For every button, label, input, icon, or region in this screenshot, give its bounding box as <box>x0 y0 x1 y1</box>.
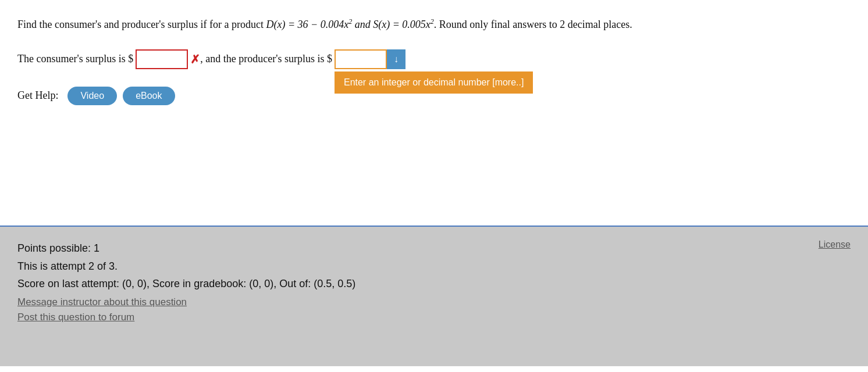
video-button[interactable]: Video <box>67 87 117 105</box>
tooltip-text: Enter an integer or decimal number [more… <box>344 77 524 87</box>
producer-surplus-input[interactable] <box>335 49 387 69</box>
license-link[interactable]: License <box>819 239 851 250</box>
question-text: Find the consumer's and producer's surpl… <box>17 16 851 33</box>
consumer-error-icon: ✗ <box>190 52 200 66</box>
points-possible: Points possible: 1 <box>17 239 851 257</box>
attempt-info: This is attempt 2 of 3. <box>17 257 851 276</box>
footer-area: Points possible: 1 This is attempt 2 of … <box>0 227 868 366</box>
score-info: Score on last attempt: (0, 0), Score in … <box>17 275 851 293</box>
dropdown-button[interactable]: ↓ <box>387 49 405 69</box>
message-instructor-link[interactable]: Message instructor about this question <box>17 296 851 308</box>
question-text-after: . Round only final answers to 2 decimal … <box>434 19 632 30</box>
get-help-label: Get Help: <box>17 90 58 102</box>
ebook-button[interactable]: eBook <box>123 87 175 105</box>
question-area: Find the consumer's and producer's surpl… <box>0 0 868 227</box>
dropdown-arrow-icon: ↓ <box>394 54 399 65</box>
post-to-forum-link[interactable]: Post this question to forum <box>17 312 851 323</box>
consumer-input-wrapper: ✗ <box>136 49 200 69</box>
answer-row: The consumer's surplus is $ ✗ , and the … <box>17 49 851 69</box>
producer-input-group: ↓ Enter an integer or decimal number [mo… <box>335 49 405 69</box>
producer-label: , and the producer's surplus is $ <box>200 53 332 65</box>
consumer-surplus-input[interactable] <box>136 49 188 69</box>
consumer-label: The consumer's surplus is $ <box>17 53 133 65</box>
question-text-before: Find the consumer's and producer's surpl… <box>17 19 266 30</box>
math-expression: D(x) = 36 − 0.004x2 and S(x) = 0.005x2 <box>266 19 433 30</box>
input-tooltip: Enter an integer or decimal number [more… <box>335 71 533 94</box>
